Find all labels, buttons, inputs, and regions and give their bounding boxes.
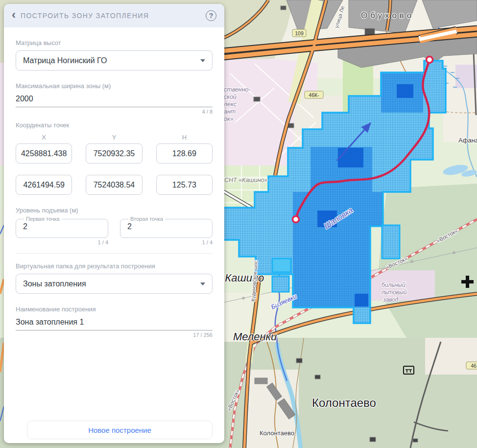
map-shield-road-ref-109: 109 (292, 29, 306, 37)
coord-header-h: H (156, 134, 213, 141)
section-divider (16, 253, 213, 254)
back-icon[interactable]: ‹ (12, 9, 16, 21)
map-shield-road-ref-46-bottom: 46 (466, 362, 477, 369)
name-input[interactable]: Зона затопления 1 (16, 316, 213, 330)
new-build-button[interactable]: Новое построение (27, 421, 213, 439)
map-label-industrial-frag-1: ственно- (224, 86, 251, 93)
rise-first-point-field[interactable]: Первая точка 2 (16, 216, 108, 238)
rise-second-point-legend: Вторая точка (128, 216, 165, 222)
rise-level-row: Первая точка 2 Вторая точка 2 (16, 216, 213, 238)
panel-title: ПОСТРОИТЬ ЗОНУ ЗАТОПЛЕНИЯ (21, 12, 206, 20)
chevron-down-icon (200, 59, 205, 62)
coords-label: Координаты точек (16, 121, 213, 129)
coord-header-x: X (16, 134, 72, 141)
svg-text:109: 109 (295, 30, 304, 36)
coord-row-2: 4261494.59 7524038.54 125.73 (16, 175, 213, 195)
flood-zone-panel: ‹ ПОСТРОИТЬ ЗОНУ ЗАТОПЛЕНИЯ ? Матрица вы… (4, 4, 224, 443)
map-label-industrial-frag-4: ант (224, 108, 236, 115)
folder-label: Виртуальная папка для результата построе… (16, 262, 213, 270)
matrix-select[interactable]: Матрица Ногинский ГО (16, 50, 213, 71)
map-label-melenki: Меленки (233, 330, 277, 343)
matrix-label: Матрица высот (16, 39, 213, 47)
coord-x1-input[interactable]: 4258881.438 (16, 143, 72, 164)
map-label-snt-kashino: СНТ «Кашино» (224, 177, 268, 184)
folder-select[interactable]: Зоны затопления (16, 274, 213, 294)
map-label-obukhovo: Обухово (361, 11, 414, 20)
coord-header-y: Y (86, 134, 142, 141)
rise-first-point-legend: Первая точка (24, 216, 62, 222)
map-label-zavod-line-2: льтовый (381, 289, 407, 296)
svg-text:46: 46 (471, 363, 477, 369)
rise-counters: 1 / 4 1 / 4 (16, 238, 213, 245)
coord-column-headers: X Y H (16, 134, 213, 141)
rise-second-point-value[interactable]: 2 (127, 222, 205, 231)
map-shield-road-ref-46k: 46К- (305, 91, 323, 98)
coord-h1-input[interactable]: 128.69 (156, 143, 213, 164)
coord-x2-input[interactable]: 4261494.59 (16, 175, 72, 195)
panel-header: ‹ ПОСТРОИТЬ ЗОНУ ЗАТОПЛЕНИЯ ? (4, 4, 224, 27)
chevron-down-icon (200, 283, 205, 285)
name-label: Наименование построения (16, 306, 213, 313)
coord-y1-input[interactable]: 7520932.35 (86, 143, 142, 164)
route-point-2 (293, 216, 299, 223)
coord-y2-input[interactable]: 7524038.54 (86, 175, 142, 195)
map-label-industrial-frag-3: лекс (223, 101, 237, 108)
help-icon[interactable]: ? (206, 10, 216, 21)
rise-second-point-field[interactable]: Вторая точка 2 (120, 216, 213, 238)
rise-first-counter: 1 / 4 (16, 239, 108, 245)
coord-row-1: 4258881.438 7520932.35 128.69 (16, 143, 213, 164)
map-label-kolontaevo: Колонтаево (312, 396, 376, 409)
route-point-1 (427, 57, 433, 63)
map-label-zavod-line-1: бильный (382, 282, 405, 288)
svg-text:46К-: 46К- (309, 92, 319, 98)
rise-second-counter: 1 / 4 (120, 239, 213, 245)
matrix-select-value: Матрица Ногинский ГО (23, 56, 200, 65)
map-label-afanasovo: Афанасо (458, 137, 477, 144)
map-label-industrial-frag-5: ок» (224, 116, 234, 122)
coord-h2-input[interactable]: 125.73 (156, 175, 213, 195)
map-label-industrial-frag-2: ской (224, 94, 237, 100)
map-label-zavod-line-3: завод (382, 296, 399, 303)
max-width-label: Максимальная ширина зоны (м) (16, 82, 213, 90)
map-label-kolontaevo-small: Колонтаево (260, 429, 294, 437)
folder-select-value: Зоны затопления (23, 280, 200, 288)
name-counter: 17 / 256 (16, 332, 213, 338)
rise-level-label: Уровень подъема (м) (16, 207, 213, 214)
max-width-input[interactable]: 2000 (16, 93, 213, 107)
max-width-counter: 4 / 8 (16, 109, 213, 115)
rise-first-point-value[interactable]: 2 (23, 222, 101, 231)
